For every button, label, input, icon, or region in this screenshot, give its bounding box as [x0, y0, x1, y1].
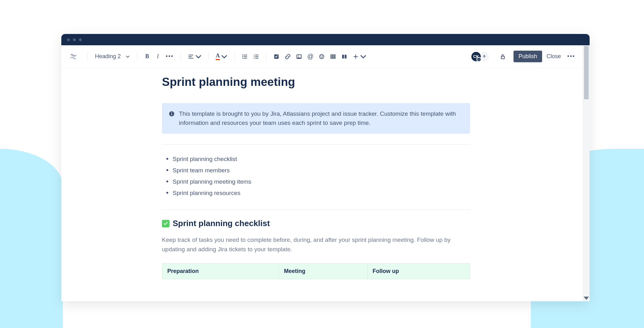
toc-item[interactable]: Sprint team members — [163, 165, 470, 176]
window-titlebar — [61, 34, 590, 45]
window-dot — [73, 38, 76, 41]
table-header[interactable]: Meeting — [279, 264, 368, 279]
more-formatting-button[interactable]: ••• — [164, 52, 175, 62]
table-button[interactable] — [328, 52, 338, 62]
chevron-down-icon — [221, 53, 227, 60]
check-icon — [162, 220, 169, 227]
svg-rect-27 — [345, 55, 347, 58]
text-style-label: Heading 2 — [95, 53, 121, 60]
scroll-down-arrow-icon[interactable] — [583, 294, 590, 301]
close-label: Close — [547, 53, 561, 59]
section-heading-text: Sprint planning checklist — [173, 219, 270, 228]
editor-window: Heading 2 B I ••• A 123 — [61, 34, 590, 301]
text-style-select[interactable]: Heading 2 — [92, 51, 132, 62]
table-header-label: Meeting — [284, 268, 305, 274]
info-panel-text: This template is brought to you by Jira,… — [179, 109, 463, 127]
align-button[interactable] — [186, 52, 203, 62]
restrictions-button[interactable] — [498, 52, 508, 62]
svg-rect-30 — [501, 56, 504, 59]
svg-point-20 — [322, 56, 323, 56]
confluence-logo-icon[interactable] — [67, 50, 80, 63]
toc-item[interactable]: Sprint planning checklist — [163, 153, 470, 165]
toc-item[interactable]: Sprint planning meeting items — [163, 176, 470, 187]
toc-item-label: Sprint planning meeting items — [173, 178, 251, 185]
toolbar-divider — [266, 52, 266, 61]
toc-item-label: Sprint planning resources — [173, 190, 240, 196]
chevron-down-icon — [195, 53, 202, 60]
chevron-down-icon — [360, 53, 366, 60]
toolbar-divider — [180, 52, 181, 61]
toolbar-divider — [234, 52, 235, 61]
insert-more-button[interactable] — [351, 52, 368, 62]
svg-point-18 — [319, 54, 324, 59]
divider — [162, 209, 470, 210]
svg-rect-26 — [342, 55, 344, 58]
layouts-button[interactable] — [339, 52, 349, 62]
bullet-list-button[interactable] — [240, 52, 250, 62]
svg-point-19 — [321, 56, 321, 56]
action-item-button[interactable] — [271, 52, 281, 62]
editor-toolbar: Heading 2 B I ••• A 123 — [61, 45, 583, 68]
svg-rect-21 — [331, 55, 335, 58]
avatar-initials: CK — [473, 54, 479, 59]
svg-point-32 — [171, 112, 172, 113]
publish-label: Publish — [519, 53, 537, 59]
italic-button[interactable]: I — [153, 52, 163, 62]
avatar[interactable]: CK — [471, 51, 481, 62]
table-header-label: Preparation — [167, 268, 199, 274]
background-accent-left — [0, 149, 63, 328]
info-icon — [169, 110, 175, 127]
chevron-down-icon — [126, 55, 130, 58]
editor-canvas[interactable]: Sprint planning meeting This template is… — [61, 68, 583, 301]
mention-button[interactable]: @ — [305, 52, 315, 62]
svg-rect-33 — [171, 114, 172, 115]
table-header[interactable]: Preparation — [162, 264, 279, 279]
table-of-contents: Sprint planning checklist Sprint team me… — [162, 153, 470, 199]
publish-button[interactable]: Publish — [514, 51, 542, 62]
page-title[interactable]: Sprint planning meeting — [162, 75, 470, 89]
checklist-table[interactable]: Preparation Meeting Follow up — [162, 263, 470, 279]
svg-text:3: 3 — [253, 57, 255, 59]
bold-button[interactable]: B — [142, 52, 152, 62]
text-color-button[interactable]: A — [214, 52, 229, 62]
toc-item[interactable]: Sprint planning resources — [163, 187, 470, 199]
table-header-label: Follow up — [373, 268, 399, 274]
toolbar-divider — [87, 52, 87, 61]
scroll-thumb[interactable] — [584, 46, 589, 99]
close-button[interactable]: Close — [543, 51, 564, 62]
divider — [162, 144, 470, 145]
svg-point-3 — [242, 54, 243, 55]
window-dot — [79, 38, 82, 41]
svg-point-17 — [298, 55, 299, 56]
more-actions-button[interactable]: ••• — [565, 52, 577, 62]
vertical-scrollbar[interactable] — [583, 45, 590, 301]
svg-point-5 — [242, 58, 243, 58]
emoji-button[interactable] — [317, 52, 327, 62]
image-button[interactable] — [294, 52, 304, 62]
window-dot — [67, 38, 70, 41]
svg-point-4 — [242, 56, 243, 57]
toc-item-label: Sprint planning checklist — [173, 156, 237, 162]
table-header-row: Preparation Meeting Follow up — [162, 264, 470, 279]
link-button[interactable] — [283, 52, 293, 62]
numbered-list-button[interactable]: 123 — [251, 52, 261, 62]
info-panel[interactable]: This template is brought to you by Jira,… — [162, 103, 470, 134]
section-heading[interactable]: Sprint planning checklist — [162, 219, 470, 228]
section-description[interactable]: Keep track of tasks you need to complete… — [162, 235, 470, 254]
toolbar-divider — [208, 52, 209, 61]
toc-item-label: Sprint team members — [173, 167, 230, 174]
collaborator-avatars: CK + — [471, 51, 490, 62]
toolbar-divider — [137, 52, 137, 61]
table-header[interactable]: Follow up — [367, 264, 470, 279]
